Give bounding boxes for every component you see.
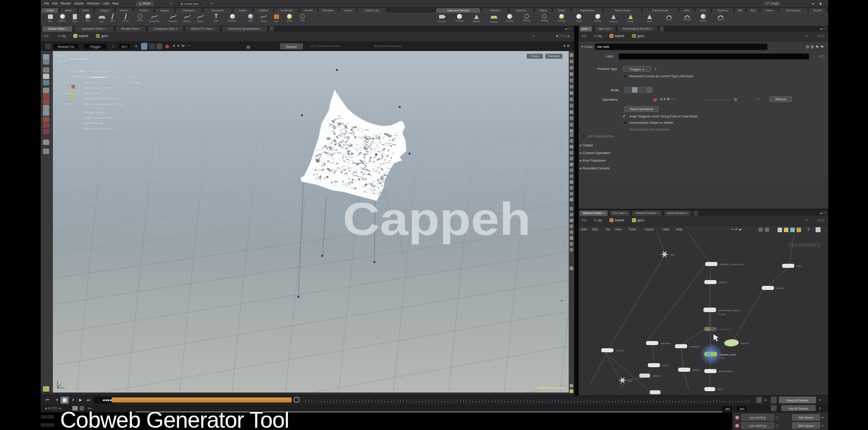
svg-text:transfer_pieces_tool: transfer_pieces_tool (720, 263, 744, 266)
svg-text:segment: segment (660, 342, 671, 345)
svg-text:curve1: curve1 (616, 349, 624, 352)
svg-text:null: null (670, 253, 674, 256)
svg-text:measure: measure (689, 345, 700, 348)
svg-text:attribcreate_arclen: attribcreate_arclen (718, 309, 741, 312)
svg-text:rest: rest (797, 265, 801, 267)
svg-text:Geometry: Geometry (789, 241, 821, 248)
svg-text:bend1: bend1 (776, 287, 784, 290)
svg-text:clean1: clean1 (719, 281, 727, 284)
svg-text:transfer pieces: transfer pieces (669, 241, 711, 248)
svg-text:9 lines: 9 lines (718, 313, 726, 316)
svg-text:subnet: subnet (652, 374, 660, 377)
svg-text:switch1: switch1 (741, 342, 750, 345)
svg-text:7 8s: 7 8s (719, 357, 724, 360)
svg-text:resample1: resample1 (719, 328, 732, 331)
svg-text:OUT: OUT (717, 388, 723, 391)
svg-text:groundwire: groundwire (719, 370, 732, 373)
svg-text:cobweb_tool1: cobweb_tool1 (719, 353, 736, 356)
svg-text:flatten: flatten (693, 369, 700, 371)
svg-text:wire1: wire1 (662, 364, 669, 367)
svg-text:out: out (628, 379, 632, 382)
